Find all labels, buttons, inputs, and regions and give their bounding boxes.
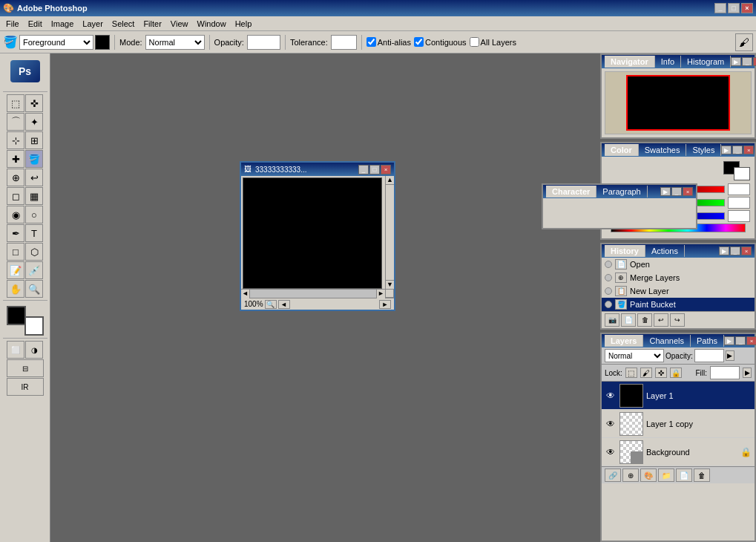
history-tab[interactable]: History	[605, 245, 645, 257]
document-maximize-btn[interactable]: □	[369, 165, 380, 174]
close-button[interactable]: ×	[741, 3, 753, 13]
fill-input[interactable]: 100%	[710, 366, 740, 379]
menu-filter[interactable]: Filter	[139, 18, 165, 30]
crop-tool[interactable]: ⊹	[7, 131, 24, 149]
imageready-btn[interactable]: IR	[7, 378, 44, 396]
layers-link-btn[interactable]: 🔗	[605, 468, 621, 482]
contiguous-checkbox-label[interactable]: Contiguous	[414, 37, 467, 47]
info-tab[interactable]: Info	[655, 56, 681, 68]
text-tool[interactable]: T	[25, 224, 43, 242]
anti-alias-checkbox-label[interactable]: Anti-alias	[367, 37, 411, 47]
minimize-button[interactable]: _	[714, 3, 726, 13]
menu-help[interactable]: Help	[231, 18, 257, 30]
layers-mode-select[interactable]: Normal	[605, 349, 664, 362]
history-item-merge[interactable]: ⊕ Merge Layers	[602, 271, 755, 284]
lock-image-btn[interactable]: 🖌	[640, 368, 652, 378]
slice-tool[interactable]: ⊞	[25, 131, 43, 149]
gradient-tool[interactable]: ▦	[25, 187, 43, 205]
layer-1-item[interactable]: 👁 Layer 1	[602, 382, 755, 410]
clone-tool[interactable]: ⊕	[7, 169, 24, 186]
heal-tool[interactable]: ✚	[7, 150, 24, 168]
menu-select[interactable]: Select	[108, 18, 139, 30]
quickmask-btn[interactable]: ◑	[25, 341, 43, 359]
history-brush-tool[interactable]: ↩	[25, 169, 43, 186]
menu-layer[interactable]: Layer	[78, 18, 108, 30]
maximize-button[interactable]: □	[728, 3, 740, 13]
background-visibility[interactable]: 👁	[605, 446, 617, 458]
doc-hscroll[interactable]: ◄ ►	[241, 289, 385, 298]
histogram-tab[interactable]: Histogram	[681, 56, 731, 68]
doc-nav-left[interactable]: ◄	[278, 300, 290, 309]
layer-1-visibility[interactable]: 👁	[605, 390, 617, 402]
lock-all-btn[interactable]: 🔒	[670, 368, 682, 378]
r-value-input[interactable]: 0	[728, 183, 750, 195]
color-close-btn[interactable]: ×	[743, 146, 754, 154]
menu-file[interactable]: File	[1, 18, 24, 30]
shape-tool[interactable]: □	[7, 243, 24, 261]
navigator-menu-btn[interactable]: ▶	[731, 57, 741, 66]
path-select-tool[interactable]: ⬡	[25, 243, 43, 261]
background-layer-item[interactable]: 👁 Background 🔒	[602, 438, 755, 466]
navigator-close-btn[interactable]: ×	[753, 57, 756, 66]
marquee-tool[interactable]: ⬚	[7, 94, 24, 112]
bg-swatch[interactable]	[734, 167, 750, 180]
magic-wand-tool[interactable]: ✦	[25, 113, 43, 131]
color-tab[interactable]: Color	[605, 144, 639, 156]
foreground-color-preview[interactable]	[95, 35, 110, 50]
doc-vscroll[interactable]: ▲ ▼	[385, 176, 394, 289]
all-layers-checkbox-label[interactable]: All Layers	[470, 37, 516, 47]
history-min-btn[interactable]: _	[730, 246, 740, 255]
background-color-swatch[interactable]	[24, 316, 44, 336]
notes-tool[interactable]: 📝	[7, 261, 24, 279]
layers-group-btn[interactable]: 📁	[658, 468, 674, 482]
color-min-btn[interactable]: _	[732, 146, 743, 154]
hand-tool[interactable]: ✋	[7, 280, 24, 298]
document-canvas[interactable]	[243, 177, 382, 289]
history-menu-btn[interactable]: ▶	[719, 246, 729, 255]
opacity-input[interactable]: 100%	[247, 35, 280, 50]
lock-transparent-btn[interactable]: ⬚	[625, 368, 637, 378]
screen-mode-btn[interactable]: ⊟	[7, 359, 44, 377]
eyedropper-tool[interactable]: 💉	[25, 261, 43, 279]
character-menu-btn[interactable]: ▶	[660, 187, 671, 196]
zoom-tool[interactable]: 🔍	[25, 280, 43, 298]
move-tool[interactable]: ✜	[25, 94, 43, 112]
color-swatches-area[interactable]	[7, 306, 44, 336]
b-value-input[interactable]: 0	[728, 210, 750, 222]
menu-window[interactable]: Window	[193, 18, 231, 30]
layers-new-btn[interactable]: 📄	[676, 468, 692, 482]
paths-tab[interactable]: Paths	[691, 335, 724, 347]
history-item-paintbucket[interactable]: 🪣 Paint Bucket	[602, 298, 755, 311]
g-value-input[interactable]: 0	[728, 197, 750, 209]
history-step-fwd-btn[interactable]: ↪	[670, 313, 685, 327]
foreground-color-swatch[interactable]	[7, 306, 26, 325]
doc-zoom-btn[interactable]: 🔍	[265, 300, 277, 309]
doc-nav-right[interactable]: ►	[379, 300, 391, 309]
anti-alias-checkbox[interactable]	[367, 37, 376, 47]
layers-delete-btn[interactable]: 🗑	[694, 468, 710, 482]
menu-edit[interactable]: Edit	[24, 18, 47, 30]
layers-opacity-input[interactable]: 100%	[694, 349, 724, 362]
character-min-btn[interactable]: _	[671, 187, 682, 196]
standard-mode-btn[interactable]: ⬜	[7, 341, 24, 359]
fill-arrow[interactable]: ▶	[743, 368, 752, 378]
layers-mask-btn[interactable]: 🎨	[640, 468, 657, 482]
history-item-open[interactable]: 📄 Open	[602, 258, 755, 271]
layers-close-btn[interactable]: ×	[746, 336, 756, 345]
navigator-preview[interactable]	[626, 75, 730, 131]
lock-position-btn[interactable]: ✜	[655, 368, 667, 378]
character-tab[interactable]: Character	[546, 186, 596, 197]
history-delete-btn[interactable]: 🗑	[637, 313, 652, 327]
layers-min-btn[interactable]: _	[735, 336, 746, 345]
menu-view[interactable]: View	[166, 18, 193, 30]
document-close-btn[interactable]: ×	[381, 165, 391, 174]
history-snapshot-btn[interactable]: 📷	[605, 313, 619, 327]
tolerance-input[interactable]: 32	[331, 35, 357, 50]
navigator-min-btn[interactable]: _	[742, 57, 752, 66]
history-create-btn[interactable]: 📄	[621, 313, 636, 327]
character-close-btn[interactable]: ×	[683, 187, 693, 196]
tool-foreground-select[interactable]: Foreground	[19, 35, 93, 50]
menu-image[interactable]: Image	[47, 18, 79, 30]
layer-1-copy-item[interactable]: 👁 Layer 1 copy	[602, 410, 755, 438]
layers-tab[interactable]: Layers	[605, 335, 643, 347]
